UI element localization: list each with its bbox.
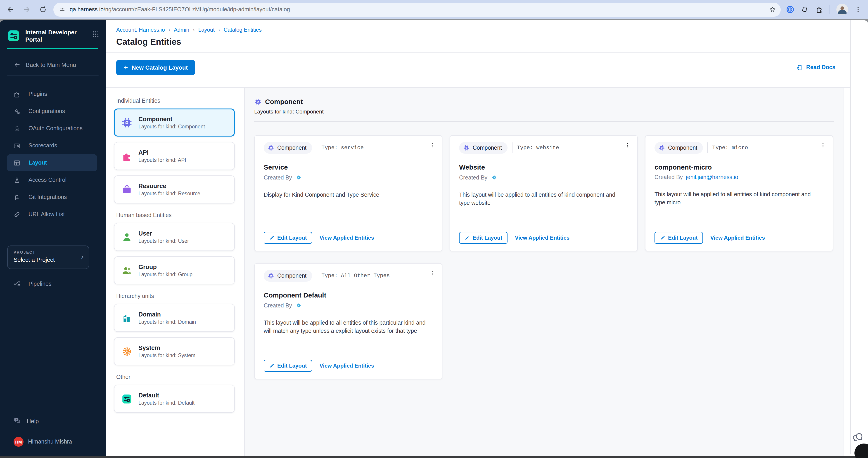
view-applied-entities-link[interactable]: View Applied Entities bbox=[319, 235, 374, 241]
component-chip-icon bbox=[254, 98, 261, 105]
sidebar-item-label: Configurations bbox=[29, 108, 65, 115]
edit-layout-button[interactable]: Edit Layout bbox=[264, 360, 312, 372]
back-to-main-menu[interactable]: Back to Main Menu bbox=[13, 61, 106, 68]
view-applied-entities-link[interactable]: View Applied Entities bbox=[710, 235, 765, 241]
sidebar-item-label: Scorecards bbox=[29, 142, 57, 149]
entity-kind-name: Component bbox=[138, 116, 205, 123]
created-by-row: Created By bbox=[264, 174, 433, 181]
sidebar-item-scorecards[interactable]: Scorecards bbox=[7, 137, 97, 154]
read-docs-link[interactable]: Read Docs bbox=[796, 64, 835, 71]
project-selector[interactable]: PROJECT Select a Project › bbox=[7, 246, 89, 269]
card-menu-icon[interactable] bbox=[624, 141, 631, 149]
kind-badge: Component bbox=[459, 142, 507, 154]
sidebar-item-access-control[interactable]: Access Control bbox=[7, 171, 97, 189]
screen-bottom-edge bbox=[0, 456, 868, 458]
pencil-icon bbox=[660, 235, 665, 240]
toolbar: + New Catalog Layout Read Docs bbox=[106, 53, 868, 82]
browser-refresh-icon[interactable] bbox=[39, 5, 47, 13]
layout-cards-grid: Component Type:service Service bbox=[254, 135, 844, 379]
created-by-label: Created By bbox=[459, 174, 487, 181]
person-icon bbox=[13, 176, 21, 184]
link-icon bbox=[13, 210, 21, 218]
view-applied-entities-link[interactable]: View Applied Entities bbox=[319, 363, 374, 369]
browser-profile-avatar[interactable] bbox=[836, 4, 848, 15]
kind-badge: Component bbox=[264, 270, 312, 282]
url-text[interactable]: qa.harness.io/ng/account/zEaak-FLS425IEO… bbox=[70, 6, 765, 13]
created-by-label: Created By bbox=[654, 174, 683, 181]
creator-link[interactable]: jenil.jain@harness.io bbox=[686, 174, 738, 181]
badge-separator bbox=[512, 142, 512, 153]
sidebar-item-git-integrations[interactable]: Git Integrations bbox=[7, 189, 97, 206]
site-settings-icon[interactable] bbox=[59, 6, 66, 13]
scrollbar-gutter[interactable] bbox=[850, 20, 851, 454]
entity-kind-card-user[interactable]: User Layouts for kind: User bbox=[114, 223, 235, 251]
sidebar-item-oauth-configurations[interactable]: OAuth Configurations bbox=[7, 120, 97, 137]
scorecard-icon bbox=[13, 142, 21, 150]
bookmark-star-icon[interactable] bbox=[769, 6, 776, 13]
breadcrumb-link-layout: Layout › bbox=[198, 27, 224, 33]
entity-kind-subtitle: Layouts for kind: Resource bbox=[138, 191, 200, 196]
project-label: PROJECT bbox=[13, 250, 84, 255]
breadcrumb-link-admin: Admin › bbox=[174, 27, 198, 33]
entity-kind-subtitle: Layouts for kind: Domain bbox=[138, 319, 196, 325]
onepassword-extension-icon[interactable] bbox=[786, 5, 794, 13]
layout-card-description: This layout will be applied to all entit… bbox=[264, 319, 433, 335]
view-applied-entities-link[interactable]: View Applied Entities bbox=[515, 235, 569, 241]
extension-sunburst-icon[interactable] bbox=[801, 5, 809, 13]
sidebar-item-configurations[interactable]: Configurations bbox=[7, 103, 97, 120]
layout-card-description: Display for Kind Component and Type Serv… bbox=[264, 191, 433, 199]
sidebar-item-pipelines[interactable]: Pipelines bbox=[7, 275, 97, 293]
entity-kind-name: API bbox=[138, 149, 186, 156]
module-grid-icon[interactable] bbox=[92, 30, 99, 38]
user-menu[interactable]: HM Himanshu Mishra bbox=[13, 437, 106, 447]
brand-underline bbox=[7, 48, 98, 49]
entity-kind-card-group[interactable]: Group Layouts for kind: Group bbox=[114, 256, 235, 284]
created-by-label: Created By bbox=[264, 302, 292, 308]
sidebar-item-plugins[interactable]: Plugins bbox=[7, 86, 97, 103]
created-by-row: Created By jenil.jain@harness.io bbox=[654, 174, 824, 181]
entity-kind-subtitle: Layouts for kind: Group bbox=[138, 272, 192, 277]
help-button[interactable]: ? Help bbox=[13, 417, 106, 425]
sidebar-item-url-allow-list[interactable]: URL Allow List bbox=[7, 206, 97, 223]
entity-kind-card-component[interactable]: Component Layouts for kind: Component bbox=[114, 108, 235, 136]
browser-back-icon[interactable] bbox=[6, 5, 14, 13]
sidebar-item-label: OAuth Configurations bbox=[29, 125, 83, 132]
badge-separator bbox=[316, 270, 317, 281]
address-bar[interactable]: qa.harness.io/ng/account/zEaak-FLS425IEO… bbox=[53, 2, 781, 17]
domain-building-icon bbox=[121, 312, 132, 324]
entity-kind-card-default[interactable]: Default Layouts for kind: Default bbox=[114, 385, 235, 413]
entity-kind-card-resource[interactable]: Resource Layouts for kind: Resource bbox=[114, 175, 235, 203]
sidebar-item-label: Git Integrations bbox=[29, 194, 67, 200]
pipeline-icon bbox=[13, 280, 21, 288]
harness-logo-icon bbox=[295, 302, 302, 309]
sidebar-nav: Plugins Configurations OAuth Configurati… bbox=[0, 86, 106, 223]
entity-kind-subtitle: Layouts for kind: API bbox=[138, 157, 186, 163]
back-arrow-icon bbox=[13, 61, 21, 68]
page-title: Catalog Entities bbox=[116, 37, 868, 47]
new-catalog-layout-button[interactable]: + New Catalog Layout bbox=[116, 60, 195, 75]
extensions-puzzle-icon[interactable] bbox=[815, 5, 823, 13]
kind-badge: Component bbox=[264, 142, 312, 154]
breadcrumb-chevron-icon: › bbox=[193, 27, 195, 33]
edit-layout-button[interactable]: Edit Layout bbox=[459, 232, 508, 244]
entity-kind-name: System bbox=[138, 345, 195, 351]
edit-layout-button[interactable]: Edit Layout bbox=[654, 232, 703, 244]
sidebar-item-layout[interactable]: Layout bbox=[7, 154, 97, 171]
browser-menu-icon[interactable] bbox=[855, 5, 862, 13]
resource-briefcase-icon bbox=[121, 184, 132, 195]
chat-bubbles-icon[interactable] bbox=[852, 431, 864, 443]
entity-kind-card-system[interactable]: System Layouts for kind: System bbox=[114, 337, 235, 365]
card-menu-icon[interactable] bbox=[819, 141, 827, 149]
entity-kind-card-api[interactable]: API Layouts for kind: API bbox=[114, 142, 235, 170]
browser-forward-icon[interactable] bbox=[23, 5, 31, 13]
chevron-right-icon: › bbox=[81, 252, 84, 261]
card-menu-icon[interactable] bbox=[429, 269, 436, 277]
entity-kind-name: Group bbox=[138, 264, 192, 270]
card-menu-icon[interactable] bbox=[429, 141, 436, 149]
edit-layout-button[interactable]: Edit Layout bbox=[264, 232, 312, 244]
panel-section-label: Individual Entities bbox=[116, 98, 237, 104]
sidebar: Internal Developer Portal Back to Main M… bbox=[0, 20, 106, 456]
entity-kind-panel: Individual Entities Component Layouts fo… bbox=[106, 88, 244, 456]
entity-kind-card-domain[interactable]: Domain Layouts for kind: Domain bbox=[114, 304, 235, 332]
layout-card-description: This layout will be applied to all entit… bbox=[459, 191, 628, 207]
